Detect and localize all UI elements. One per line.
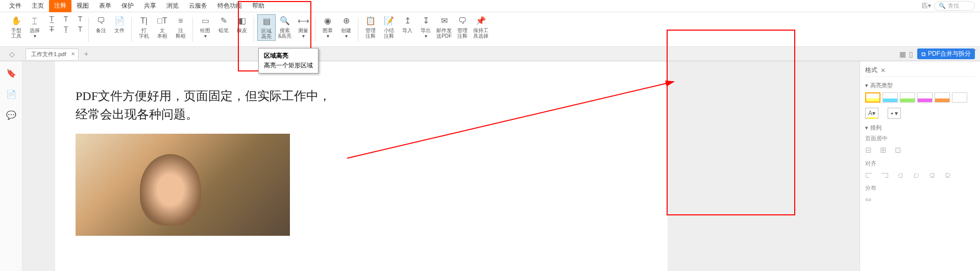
ribbon: ✋手型 工具 ⌶选择 ▾ T̲ T T T̶ T̤ T 🗨备注 📄文件 T|打 … [0,12,980,47]
center-h-icon[interactable]: ⊟ [865,145,872,155]
pin-icon: 📌 [475,15,486,27]
align-top-icon[interactable]: ⫐ [913,170,920,179]
workspace: 🔖 📄 💬 PDF文件方便好用，页面固定，但实际工作中， 经常会出现各种问题。 … [0,61,980,271]
new-tab-button[interactable]: ＋ [83,50,90,59]
menu-view[interactable]: 视图 [71,0,94,12]
text-squiggly-icon[interactable]: T [75,14,86,23]
create-button[interactable]: ⊕创建 ▾ [337,14,355,40]
note-button[interactable]: 🗨备注 [92,14,110,34]
align-bottom-icon[interactable]: ⫒ [944,170,952,179]
panel-more-icon[interactable]: ⋯ [970,46,977,54]
pdf-merge-split-button[interactable]: ⧉ PDF合并与拆分 [917,48,975,59]
manage-annot-button[interactable]: 📋管理 注释 [361,14,380,40]
eraser-button[interactable]: ◧橡皮 [233,14,251,34]
single-view-icon[interactable]: ▯ [909,50,913,58]
swatch-white[interactable] [952,92,967,103]
callout-icon: ≡ [175,15,186,27]
align-label: 对齐 [865,160,975,167]
document-area[interactable]: PDF文件方便好用，页面固定，但实际工作中， 经常会出现各种问题。 [22,61,860,271]
menu-protect[interactable]: 保护 [116,0,139,12]
menu-form[interactable]: 表单 [94,0,116,12]
swatch-orange[interactable] [935,92,950,103]
align-right-icon[interactable]: ⫏ [897,170,904,179]
measure-button[interactable]: ⟷测量 ▾ [294,14,312,40]
menu-cloud[interactable]: 云服务 [184,0,212,12]
menu-home[interactable]: 主页 [27,0,49,12]
note-icon: 🗨 [95,15,107,27]
fill-style-dropdown[interactable]: ▪ ▾ [888,108,901,119]
text-strikeout-icon[interactable]: T̶ [46,24,57,34]
search-placeholder: 查找 [948,2,959,10]
pages-icon[interactable]: 📄 [6,89,16,99]
doc-image [76,134,290,236]
import-button[interactable]: ↥导入 [398,14,416,34]
menu-file[interactable]: 文件 [4,0,27,12]
comments-icon[interactable]: 💬 [6,110,16,120]
typewriter-button[interactable]: T|打 字机 [135,14,153,40]
align-middle-icon[interactable]: ⫑ [928,170,936,179]
email-pdf-button[interactable]: ✉邮件发 送PDF [435,14,453,40]
menu-help[interactable]: 帮助 [247,0,270,12]
hand-icon: ✋ [11,15,22,27]
grid-view-icon[interactable]: ▦ [899,50,906,58]
center-v-icon[interactable]: ⊞ [880,145,887,155]
format-tab-label[interactable]: 格式 [865,66,877,75]
text-insert-icon[interactable]: T̤ [60,24,71,34]
swatch-cyan[interactable] [883,92,898,103]
doc-text-line1: PDF文件方便好用，页面固定，但实际工作中， [76,87,647,105]
swatch-green[interactable] [900,92,915,103]
search-highlight-button[interactable]: 🔍搜索 &高亮 [276,14,294,40]
manage-annot2-button[interactable]: 🗨管理 注释 [453,14,472,40]
menu-bar: 文件 主页 注释 视图 表单 保护 共享 浏览 云服务 特色功能 帮助 匹▾ 🔍… [0,0,980,12]
summarize-button[interactable]: 📝小结 注释 [380,14,398,40]
text-style-dropdown[interactable]: A ▾ [865,108,878,119]
search-area: 匹▾ 🔍 查找 [922,1,975,11]
distribute-label: 分布 [865,184,975,192]
tooltip-desc: 高亮一个矩形区域 [264,61,313,70]
search-box[interactable]: 🔍 查找 [934,1,975,11]
draw-button[interactable]: ▭绘图 ▾ [196,14,214,40]
swatch-yellow[interactable] [865,92,880,103]
menu-browse[interactable]: 浏览 [161,0,184,12]
hand-label: 手型 工具 [11,28,21,39]
bookmark-icon[interactable]: 🔖 [6,68,16,78]
search-highlight-icon: 🔍 [279,15,290,27]
align-center-icon[interactable]: ⫎ [881,170,889,179]
highlight-swatches [865,92,975,103]
select-tool-button[interactable]: ⌶选择 ▾ [26,14,44,40]
text-highlight-icon[interactable]: T̲ [46,14,57,23]
stamp-button[interactable]: ◉图章 ▾ [318,14,337,40]
keep-tool-button[interactable]: 📌保持工 具选择 [472,14,490,40]
hand-tool-button[interactable]: ✋手型 工具 [7,14,26,40]
text-underline-icon[interactable]: T [60,14,71,23]
eraser-tool-icon[interactable]: ◇ [9,50,15,58]
page: PDF文件方便好用，页面固定，但实际工作中， 经常会出现各种问题。 [55,61,668,271]
collapse-icon[interactable]: ▾ [865,82,868,89]
page-center-label: 页面居中 [865,135,975,142]
area-highlight-button[interactable]: ▤区域 高亮 [257,14,276,41]
merge-icon: ⧉ [921,51,926,58]
textbox-button[interactable]: □T文 本框 [153,14,172,40]
menu-share[interactable]: 共享 [139,0,161,12]
menu-annotate[interactable]: 注释 [49,0,71,12]
callout-button[interactable]: ≡注 释框 [172,14,190,40]
swatch-magenta[interactable] [917,92,933,103]
tooltip-title: 区域高亮 [264,52,313,60]
manage-icon: 📋 [365,15,376,27]
pencil-button[interactable]: ✎铅笔 [214,14,233,34]
file-attach-button[interactable]: 📄文件 [110,14,129,34]
text-replace-icon[interactable]: T [75,24,86,34]
export-button[interactable]: ↧导出 ▾ [416,14,435,40]
document-tabbar: ◇ 工作文件1.pdf ✕ ＋ ▦ ▯ ⧉ PDF合并与拆分 [0,47,980,61]
collapse-icon-2[interactable]: ▾ [865,125,868,131]
menu-features[interactable]: 特色功能 [212,0,247,12]
close-tab-icon[interactable]: ✕ [71,51,75,57]
textbox-icon: □T [157,15,168,27]
distribute-h-icon[interactable]: ⇔ [865,195,872,204]
document-tab[interactable]: 工作文件1.pdf ✕ [26,48,79,60]
align-left-icon[interactable]: ⫍ [865,170,873,179]
doc-text-line2: 经常会出现各种问题。 [76,105,647,124]
center-both-icon[interactable]: ⊡ [895,145,901,155]
match-dropdown[interactable]: 匹▾ [922,2,931,10]
close-panel-icon[interactable]: ✕ [880,67,886,74]
